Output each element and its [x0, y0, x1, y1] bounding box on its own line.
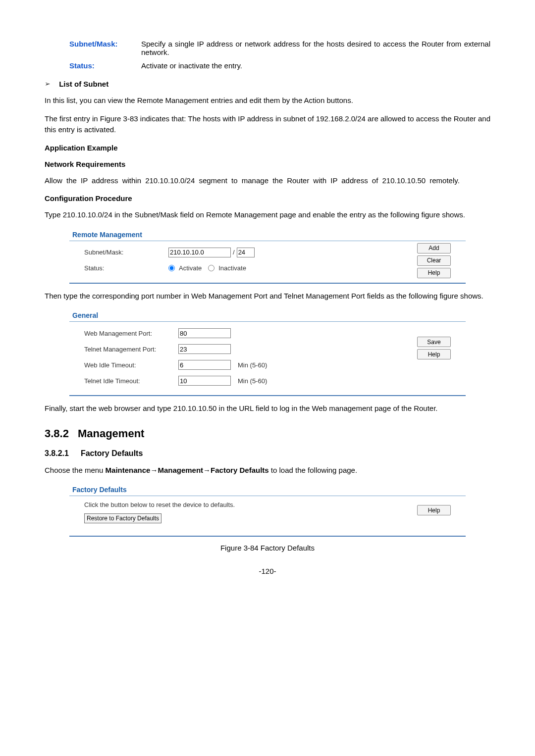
list-of-subnet-heading: ➢ List of Subnet	[45, 80, 490, 88]
inactivate-radio[interactable]	[208, 265, 214, 271]
section-3-8-2-1: 3.8.2.1Factory Defaults	[45, 449, 490, 458]
clear-button[interactable]: Clear	[417, 255, 451, 266]
web-idle-label: Web Idle Timeout:	[84, 361, 178, 369]
def-status: Status: Activate or inactivate the entry…	[45, 61, 490, 70]
status-label: Status:	[84, 264, 168, 272]
factory-defaults-text: Click the button below to reset the devi…	[84, 501, 461, 508]
def-status-term: Status:	[45, 61, 141, 70]
list-of-subnet-p2: The first entry in Figure 3-83 indicates…	[45, 113, 490, 136]
section-3-8-2-1-title: Factory Defaults	[81, 449, 143, 457]
telnet-idle-label: Telnet Idle Timeout:	[84, 377, 178, 385]
factory-intro-pre: Choose the menu	[45, 466, 106, 474]
factory-intro-menu-path: Maintenance→Management→Factory Defaults	[106, 466, 269, 474]
subnet-mask-label: Subnet/Mask:	[84, 249, 168, 256]
network-requirements-p: Allow the IP address within 210.10.10.0/…	[45, 175, 490, 187]
remote-management-panel: Remote Management Add Clear Help Subnet/…	[69, 228, 466, 284]
web-idle-row: Web Idle Timeout: Min (5-60)	[84, 358, 461, 371]
web-idle-input[interactable]	[178, 360, 231, 370]
def-status-desc: Activate or inactivate the entry.	[141, 61, 490, 70]
configuration-procedure-heading: Configuration Procedure	[45, 194, 490, 202]
help-button[interactable]: Help	[417, 505, 451, 515]
add-button[interactable]: Add	[417, 243, 451, 253]
activate-label: Activate	[179, 264, 202, 272]
def-subnet-mask-desc: Specify a single IP address or network a…	[141, 40, 490, 56]
def-subnet-mask: Subnet/Mask: Specify a single IP address…	[45, 40, 490, 56]
web-port-row: Web Management Port:	[84, 327, 461, 340]
telnet-idle-row: Telnet Idle Timeout: Min (5-60)	[84, 374, 461, 387]
network-requirements-heading: Network Requirements	[45, 160, 490, 168]
general-title: General	[69, 308, 466, 322]
telnet-port-input[interactable]	[178, 344, 231, 354]
telnet-port-row: Telnet Management Port:	[84, 343, 461, 355]
status-row: Status: Activate Inactivate	[84, 262, 461, 275]
factory-intro-post: to load the following page.	[269, 466, 357, 474]
factory-defaults-intro: Choose the menu Maintenance→Management→F…	[45, 465, 490, 476]
telnet-port-label: Telnet Management Port:	[84, 346, 178, 353]
web-port-input[interactable]	[178, 328, 231, 338]
application-example-heading: Application Example	[45, 144, 490, 152]
list-of-subnet-title: List of Subnet	[56, 80, 108, 88]
inactivate-label: Inactivate	[218, 264, 246, 272]
between-panels-p1: Then type the corresponding port number …	[45, 291, 490, 302]
section-3-8-2: 3.8.2Management	[45, 427, 490, 440]
subnet-mask-row: Subnet/Mask: /	[84, 246, 461, 259]
help-button[interactable]: Help	[417, 268, 451, 278]
page-number: -120-	[45, 567, 490, 575]
def-subnet-mask-term: Subnet/Mask:	[45, 40, 141, 56]
subnet-input[interactable]	[168, 248, 231, 257]
chevron-right-icon: ➢	[45, 80, 54, 88]
web-port-label: Web Management Port:	[84, 330, 178, 337]
telnet-idle-input[interactable]	[178, 376, 231, 386]
help-button[interactable]: Help	[417, 349, 451, 359]
factory-defaults-panel: Factory Defaults Help Click the button b…	[69, 483, 466, 537]
factory-defaults-title: Factory Defaults	[69, 483, 466, 496]
restore-factory-defaults-button[interactable]: Restore to Factory Defaults	[84, 513, 161, 523]
document-page: Subnet/Mask: Specify a single IP address…	[0, 0, 535, 595]
section-3-8-2-title: Management	[78, 427, 144, 440]
telnet-idle-hint: Min (5-60)	[238, 377, 267, 385]
configuration-procedure-p1: Type 210.10.10.0/24 in the Subnet/Mask f…	[45, 209, 490, 221]
web-idle-hint: Min (5-60)	[238, 361, 267, 369]
activate-radio[interactable]	[168, 265, 175, 271]
figure-3-84-caption: Figure 3-84 Factory Defaults	[45, 544, 490, 552]
save-button[interactable]: Save	[417, 337, 451, 347]
mask-input[interactable]	[237, 248, 255, 257]
general-panel: General Save Help Web Management Port: T…	[69, 308, 466, 396]
after-general-p1: Finally, start the web browser and type …	[45, 403, 490, 414]
section-3-8-2-1-num: 3.8.2.1	[45, 449, 69, 457]
section-3-8-2-num: 3.8.2	[45, 427, 69, 440]
remote-management-title: Remote Management	[69, 228, 466, 241]
list-of-subnet-p1: In this list, you can view the Remote Ma…	[45, 95, 490, 106]
subnet-slash: /	[231, 249, 237, 256]
